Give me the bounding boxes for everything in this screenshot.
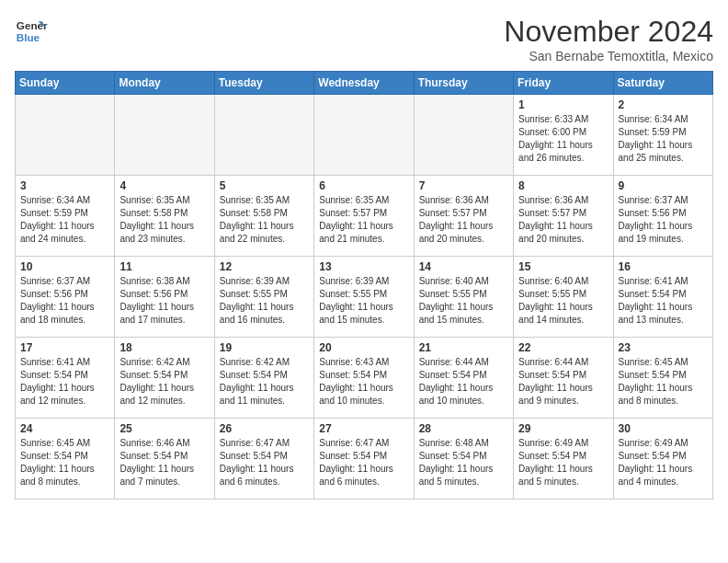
day-cell: 5Sunrise: 6:35 AMSunset: 5:58 PMDaylight…	[214, 176, 313, 257]
day-info: Sunrise: 6:38 AMSunset: 5:56 PMDaylight:…	[119, 275, 209, 327]
day-number: 18	[119, 341, 209, 354]
header-row: SundayMondayTuesdayWednesdayThursdayFrid…	[16, 72, 713, 95]
day-info: Sunrise: 6:37 AMSunset: 5:56 PMDaylight:…	[619, 194, 708, 246]
day-cell: 6Sunrise: 6:35 AMSunset: 5:57 PMDaylight…	[314, 176, 414, 257]
day-number: 1	[518, 98, 608, 111]
day-info: Sunrise: 6:49 AMSunset: 5:54 PMDaylight:…	[619, 437, 708, 488]
day-cell: 26Sunrise: 6:47 AMSunset: 5:54 PMDayligh…	[214, 419, 313, 500]
day-info: Sunrise: 6:47 AMSunset: 5:54 PMDaylight:…	[220, 437, 309, 488]
day-number: 19	[220, 341, 309, 354]
day-cell: 30Sunrise: 6:49 AMSunset: 5:54 PMDayligh…	[613, 419, 712, 500]
day-cell: 20Sunrise: 6:43 AMSunset: 5:54 PMDayligh…	[314, 338, 414, 419]
week-row-2: 10Sunrise: 6:37 AMSunset: 5:56 PMDayligh…	[16, 257, 713, 338]
day-cell	[214, 95, 313, 176]
day-number: 23	[619, 341, 708, 354]
day-number: 5	[220, 179, 309, 192]
day-cell: 18Sunrise: 6:42 AMSunset: 5:54 PMDayligh…	[115, 338, 214, 419]
day-number: 25	[119, 422, 209, 435]
day-info: Sunrise: 6:39 AMSunset: 5:55 PMDaylight:…	[220, 275, 309, 327]
day-number: 28	[419, 422, 508, 435]
page-header: General Blue November 2024 San Bernabe T…	[15, 15, 713, 63]
day-number: 16	[619, 260, 708, 273]
day-info: Sunrise: 6:35 AMSunset: 5:58 PMDaylight:…	[220, 194, 309, 246]
header-cell-friday: Friday	[514, 72, 613, 95]
logo: General Blue	[15, 15, 48, 48]
day-number: 27	[319, 422, 408, 435]
day-info: Sunrise: 6:40 AMSunset: 5:55 PMDaylight:…	[419, 275, 508, 327]
day-cell: 21Sunrise: 6:44 AMSunset: 5:54 PMDayligh…	[414, 338, 513, 419]
day-number: 11	[119, 260, 209, 273]
day-number: 30	[619, 422, 708, 435]
day-cell	[314, 95, 414, 176]
day-cell: 15Sunrise: 6:40 AMSunset: 5:55 PMDayligh…	[514, 257, 613, 338]
day-info: Sunrise: 6:35 AMSunset: 5:58 PMDaylight:…	[119, 194, 209, 246]
day-info: Sunrise: 6:45 AMSunset: 5:54 PMDaylight:…	[20, 437, 109, 488]
day-info: Sunrise: 6:49 AMSunset: 5:54 PMDaylight:…	[518, 437, 608, 488]
week-row-3: 17Sunrise: 6:41 AMSunset: 5:54 PMDayligh…	[16, 338, 713, 419]
day-info: Sunrise: 6:41 AMSunset: 5:54 PMDaylight:…	[20, 356, 109, 408]
day-number: 15	[518, 260, 608, 273]
day-cell: 11Sunrise: 6:38 AMSunset: 5:56 PMDayligh…	[115, 257, 214, 338]
day-number: 20	[319, 341, 408, 354]
month-title: November 2024	[504, 15, 713, 49]
day-info: Sunrise: 6:45 AMSunset: 5:54 PMDaylight:…	[619, 356, 708, 408]
logo-icon: General Blue	[15, 15, 48, 48]
day-cell: 28Sunrise: 6:48 AMSunset: 5:54 PMDayligh…	[414, 419, 513, 500]
location: San Bernabe Temoxtitla, Mexico	[504, 49, 713, 63]
day-number: 10	[20, 260, 109, 273]
day-cell: 13Sunrise: 6:39 AMSunset: 5:55 PMDayligh…	[314, 257, 414, 338]
day-number: 3	[20, 179, 109, 192]
day-cell	[115, 95, 214, 176]
day-cell: 27Sunrise: 6:47 AMSunset: 5:54 PMDayligh…	[314, 419, 414, 500]
day-number: 6	[319, 179, 408, 192]
week-row-4: 24Sunrise: 6:45 AMSunset: 5:54 PMDayligh…	[16, 419, 713, 500]
day-info: Sunrise: 6:47 AMSunset: 5:54 PMDaylight:…	[319, 437, 408, 488]
day-number: 8	[518, 179, 608, 192]
day-cell: 24Sunrise: 6:45 AMSunset: 5:54 PMDayligh…	[16, 419, 115, 500]
day-number: 7	[419, 179, 508, 192]
day-number: 4	[119, 179, 209, 192]
day-cell: 25Sunrise: 6:46 AMSunset: 5:54 PMDayligh…	[115, 419, 214, 500]
day-cell	[414, 95, 513, 176]
day-info: Sunrise: 6:43 AMSunset: 5:54 PMDaylight:…	[319, 356, 408, 408]
day-cell: 4Sunrise: 6:35 AMSunset: 5:58 PMDaylight…	[115, 176, 214, 257]
day-cell: 19Sunrise: 6:42 AMSunset: 5:54 PMDayligh…	[214, 338, 313, 419]
day-cell	[16, 95, 115, 176]
header-cell-tuesday: Tuesday	[214, 72, 313, 95]
day-info: Sunrise: 6:44 AMSunset: 5:54 PMDaylight:…	[419, 356, 508, 408]
day-cell: 12Sunrise: 6:39 AMSunset: 5:55 PMDayligh…	[214, 257, 313, 338]
day-info: Sunrise: 6:42 AMSunset: 5:54 PMDaylight:…	[220, 356, 309, 408]
day-number: 2	[619, 98, 708, 111]
day-number: 29	[518, 422, 608, 435]
day-number: 17	[20, 341, 109, 354]
header-cell-saturday: Saturday	[613, 72, 712, 95]
day-number: 24	[20, 422, 109, 435]
day-number: 9	[619, 179, 708, 192]
header-cell-sunday: Sunday	[16, 72, 115, 95]
day-info: Sunrise: 6:40 AMSunset: 5:55 PMDaylight:…	[518, 275, 608, 327]
day-info: Sunrise: 6:42 AMSunset: 5:54 PMDaylight:…	[119, 356, 209, 408]
calendar-table: SundayMondayTuesdayWednesdayThursdayFrid…	[15, 71, 713, 500]
day-cell: 9Sunrise: 6:37 AMSunset: 5:56 PMDaylight…	[613, 176, 712, 257]
day-info: Sunrise: 6:44 AMSunset: 5:54 PMDaylight:…	[518, 356, 608, 408]
calendar-header: SundayMondayTuesdayWednesdayThursdayFrid…	[16, 72, 713, 95]
day-cell: 2Sunrise: 6:34 AMSunset: 5:59 PMDaylight…	[613, 95, 712, 176]
day-info: Sunrise: 6:46 AMSunset: 5:54 PMDaylight:…	[119, 437, 209, 488]
day-number: 14	[419, 260, 508, 273]
day-info: Sunrise: 6:33 AMSunset: 6:00 PMDaylight:…	[518, 113, 608, 165]
day-info: Sunrise: 6:35 AMSunset: 5:57 PMDaylight:…	[319, 194, 408, 246]
header-cell-monday: Monday	[115, 72, 214, 95]
day-cell: 22Sunrise: 6:44 AMSunset: 5:54 PMDayligh…	[514, 338, 613, 419]
day-number: 21	[419, 341, 508, 354]
day-number: 13	[319, 260, 408, 273]
week-row-0: 1Sunrise: 6:33 AMSunset: 6:00 PMDaylight…	[16, 95, 713, 176]
day-number: 26	[220, 422, 309, 435]
day-number: 12	[220, 260, 309, 273]
day-info: Sunrise: 6:37 AMSunset: 5:56 PMDaylight:…	[20, 275, 109, 327]
day-cell: 16Sunrise: 6:41 AMSunset: 5:54 PMDayligh…	[613, 257, 712, 338]
day-info: Sunrise: 6:41 AMSunset: 5:54 PMDaylight:…	[619, 275, 708, 327]
day-cell: 14Sunrise: 6:40 AMSunset: 5:55 PMDayligh…	[414, 257, 513, 338]
day-info: Sunrise: 6:36 AMSunset: 5:57 PMDaylight:…	[518, 194, 608, 246]
day-cell: 29Sunrise: 6:49 AMSunset: 5:54 PMDayligh…	[514, 419, 613, 500]
day-info: Sunrise: 6:34 AMSunset: 5:59 PMDaylight:…	[20, 194, 109, 246]
